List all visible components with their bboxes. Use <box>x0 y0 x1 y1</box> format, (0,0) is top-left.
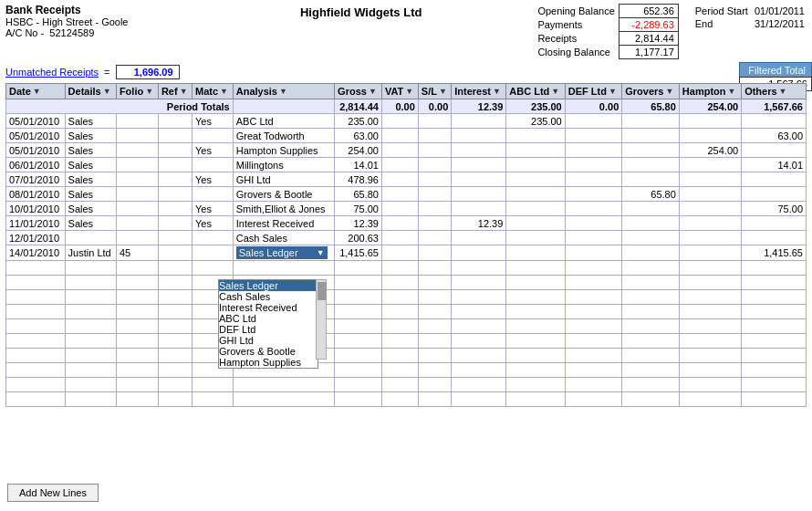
company-name: Highfield Widgets Ltd <box>188 4 534 19</box>
table-row: 08/01/2010SalesGrovers & Bootle65.8065.8… <box>6 187 807 202</box>
col-folio[interactable]: Folio▼ <box>116 84 158 99</box>
main-table: Date▼ Details▼ Folio▼ Ref▼ Matc▼ Analysi… <box>5 83 807 407</box>
dropdown-item-interest-received[interactable]: Interest Received <box>219 302 318 313</box>
table-row: 05/01/2010SalesYesABC Ltd235.00235.00 <box>6 114 807 129</box>
dropdown-item-cash-sales[interactable]: Cash Sales <box>219 291 318 302</box>
dropdown-item-grovers-bootle[interactable]: Grovers & Bootle <box>219 346 318 357</box>
table-row: 11/01/2010SalesYesInterest Received12.39… <box>6 216 807 231</box>
col-def-ltd[interactable]: DEF Ltd▼ <box>565 84 622 99</box>
col-hampton[interactable]: Hampton▼ <box>679 84 741 99</box>
table-row: 05/01/2010SalesGreat Todworth63.0063.00 <box>6 129 807 143</box>
empty-row <box>6 261 807 276</box>
dropdown-item-hampton-supplies[interactable]: Hampton Supplies <box>219 357 318 368</box>
empty-row <box>6 334 807 349</box>
col-date[interactable]: Date▼ <box>6 84 66 99</box>
column-header-row: Date▼ Details▼ Folio▼ Ref▼ Matc▼ Analysi… <box>6 84 807 99</box>
col-details[interactable]: Details▼ <box>65 84 116 99</box>
col-interest[interactable]: Interest▼ <box>452 84 506 99</box>
table-row: 07/01/2010SalesYesGHI Ltd478.96 <box>6 172 807 187</box>
account-no: A/C No - 52124589 <box>5 27 188 38</box>
col-grovers[interactable]: Grovers▼ <box>622 84 680 99</box>
table-row: 05/01/2010SalesYesHampton Supplies254.00… <box>6 143 807 158</box>
empty-row <box>6 290 807 305</box>
col-analysis[interactable]: Analysis▼ <box>233 84 334 99</box>
empty-row <box>6 378 807 392</box>
unmatched-receipts-value: 1,696.09 <box>116 65 180 79</box>
empty-row <box>6 276 807 290</box>
col-match[interactable]: Matc▼ <box>193 84 234 99</box>
empty-row <box>6 349 807 363</box>
table-row: 14/01/2010Justin Ltd45Sales Ledger▼1,415… <box>6 245 807 261</box>
empty-row <box>6 392 807 407</box>
period-totals-row: Period Totals 2,814.44 0.00 0.00 12.39 2… <box>6 99 807 114</box>
add-new-lines-button[interactable]: Add New Lines <box>7 484 99 502</box>
bank-receipts-title: Bank Receipts <box>5 4 188 16</box>
dropdown-item-abc-ltd[interactable]: ABC Ltd <box>219 313 318 324</box>
unmatched-eq: = <box>104 67 109 78</box>
dropdown-item-def-ltd[interactable]: DEF Ltd <box>219 324 318 335</box>
table-row: 12/01/2010Cash Sales200.63 <box>6 231 807 245</box>
period-info: Period Start 01/01/2011 End 31/12/2011 <box>693 4 807 31</box>
empty-row <box>6 363 807 378</box>
col-sl[interactable]: S/L▼ <box>418 84 451 99</box>
dropdown-item-sales-ledger[interactable]: Sales Ledger <box>219 280 318 291</box>
balance-table: Opening Balance652.36 Payments-2,289.63 … <box>534 4 678 59</box>
bank-name: HSBC - High Street - Goole <box>5 16 188 27</box>
col-gross[interactable]: Gross▼ <box>335 84 382 99</box>
analysis-dropdown-cell[interactable]: Sales Ledger▼ <box>233 245 334 261</box>
empty-row <box>6 305 807 319</box>
col-abc-ltd[interactable]: ABC Ltd▼ <box>506 84 565 99</box>
unmatched-receipts-label[interactable]: Unmatched Receipts <box>5 67 99 78</box>
dropdown-item-ghi-ltd[interactable]: GHI Ltd <box>219 335 318 346</box>
empty-row <box>6 319 807 334</box>
col-vat[interactable]: VAT▼ <box>381 84 418 99</box>
table-row: 06/01/2010SalesMillingtons14.0114.01 <box>6 158 807 172</box>
table-row: 10/01/2010SalesYesSmith,Elliot & Jones75… <box>6 202 807 216</box>
col-ref[interactable]: Ref▼ <box>158 84 192 99</box>
col-others[interactable]: Others▼ <box>742 84 807 99</box>
